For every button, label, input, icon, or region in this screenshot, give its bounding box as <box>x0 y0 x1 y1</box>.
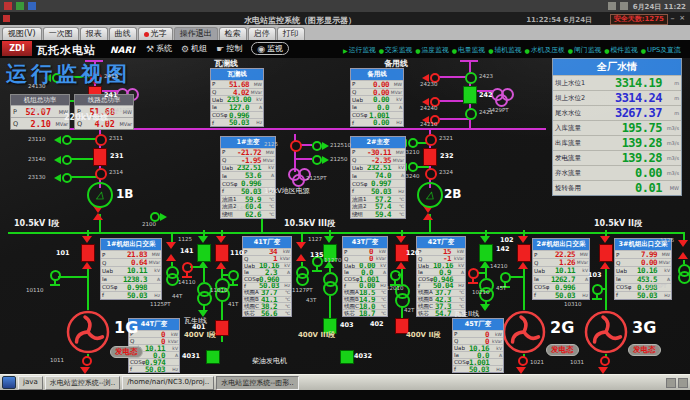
nav-3[interactable]: ●温度监视 <box>415 45 448 55</box>
breaker-231[interactable] <box>93 148 107 166</box>
nav-9[interactable]: ●UPS及直流 <box>641 45 681 55</box>
nav-4[interactable]: ●电量监视 <box>452 45 485 55</box>
ground-switch-212510[interactable] <box>312 141 322 151</box>
ground-switch-14210[interactable] <box>468 268 479 279</box>
menu-tab-9[interactable]: 打印 <box>277 27 305 40</box>
element: Q1kVar <box>243 255 291 262</box>
breaker-401[interactable] <box>215 320 229 336</box>
element: COSφ1.001 <box>453 358 503 365</box>
menu-tab-4[interactable]: 曲线 <box>109 27 137 40</box>
tray-icon[interactable] <box>678 378 688 388</box>
tray-icon[interactable] <box>666 378 676 388</box>
ground-switch-1031[interactable] <box>600 356 610 366</box>
tray-icon[interactable] <box>608 2 616 10</box>
menu-tab-2[interactable]: 一次图 <box>43 27 79 40</box>
taskbar-item-4[interactable]: 水电站监控系统--图形.. <box>216 376 299 390</box>
ground-switch-23110[interactable] <box>62 135 72 145</box>
breaker-4032[interactable] <box>340 350 354 364</box>
disconnector-2125[interactable] <box>290 140 302 152</box>
toolbar-button-3[interactable]: ☛控制 <box>216 42 242 55</box>
breaker-242[interactable] <box>463 86 477 104</box>
ground-switch-23130[interactable] <box>62 173 72 183</box>
disconnector-1126-icon[interactable] <box>678 240 688 247</box>
disconnector-2314[interactable] <box>95 168 107 180</box>
ground-switch-10110[interactable] <box>50 270 61 281</box>
element: Hz <box>575 293 588 298</box>
element: 38.2 <box>259 302 277 309</box>
ground-switch-21250[interactable] <box>312 155 322 165</box>
menu-tab-5[interactable]: 光字 <box>138 27 173 40</box>
generator-2G-icon[interactable] <box>502 310 546 354</box>
breaker-141[interactable] <box>197 244 211 262</box>
ground-switch-1011[interactable] <box>82 356 92 366</box>
disconnector-2311[interactable] <box>95 134 107 146</box>
nav-8[interactable]: ●模件监视 <box>604 45 637 55</box>
element: 41.1 <box>259 296 277 303</box>
ground-switch-23140[interactable] <box>62 155 72 165</box>
breaker-232[interactable] <box>423 148 437 166</box>
equipment-label: 2314 <box>109 170 123 176</box>
breaker-142[interactable] <box>479 244 493 262</box>
nav-1[interactable]: ▶运行监视 <box>343 45 376 55</box>
taskbar-item-2[interactable]: 水电站监控系统--浏.. <box>45 376 121 390</box>
nav-5[interactable]: ●辅机监视 <box>488 45 521 55</box>
ground-switch-23210[interactable] <box>408 138 418 148</box>
minimize-button[interactable]: － <box>669 14 676 24</box>
breaker-101[interactable] <box>81 244 95 262</box>
element: kV <box>389 97 402 102</box>
ground-switch-1021[interactable] <box>518 356 528 366</box>
equipment-label: 11010 <box>210 288 228 294</box>
generator-1G-icon[interactable] <box>66 310 110 354</box>
menu-tab-7[interactable]: 检索 <box>219 27 247 40</box>
generator-3G-icon[interactable] <box>584 310 628 354</box>
breaker-4031[interactable] <box>206 350 220 364</box>
disconnector-1125-icon[interactable] <box>166 242 176 249</box>
menu-tab-8[interactable]: 启停 <box>248 27 276 40</box>
desktop-icon[interactable] <box>4 2 12 10</box>
disconnector-2321[interactable] <box>425 134 437 146</box>
ground-switch-10310[interactable] <box>592 284 603 295</box>
arrow-icon <box>216 236 226 243</box>
water-row-3: 尾水水位3267.37m <box>553 105 681 120</box>
element: P-21.72MW <box>221 148 275 156</box>
nav-2[interactable]: ●交采监视 <box>379 45 412 55</box>
toolbar-button-4[interactable]: ◉监视 <box>251 42 289 55</box>
element <box>85 317 90 332</box>
disconnector-2421[interactable] <box>465 108 477 120</box>
desktop-icon[interactable] <box>16 2 24 10</box>
nav-6[interactable]: ●水机及压板 <box>525 45 565 55</box>
ground-switch-12010[interactable] <box>390 270 401 281</box>
ground-switch-23240[interactable] <box>408 162 418 172</box>
equipment-label: 14210 <box>490 264 508 270</box>
transformer-43T[interactable] <box>323 272 338 287</box>
taskbar-item-3[interactable]: /home/nari/NC3.0/proj.. <box>122 376 214 390</box>
breaker-110[interactable] <box>215 244 229 262</box>
toolbar-button-2[interactable]: ⚙机组 <box>181 42 207 55</box>
disconnector-1127-icon[interactable] <box>296 242 306 249</box>
element: Ia <box>212 104 227 110</box>
start-button[interactable] <box>2 376 16 389</box>
desktop-icon[interactable] <box>28 2 36 10</box>
menu-tab-6[interactable]: 操作退出 <box>174 27 218 40</box>
element: f <box>222 188 237 194</box>
element: 50.03 <box>237 187 261 195</box>
main-transformer-1B[interactable] <box>87 182 113 208</box>
toolbar-button-1[interactable]: ⚒系统 <box>146 42 172 55</box>
close-button[interactable]: × <box>679 14 685 22</box>
ground-switch-10210[interactable] <box>500 272 511 283</box>
equipment-label: 10210 <box>472 290 490 296</box>
disconnector-2324[interactable] <box>425 168 437 180</box>
tray-icon[interactable] <box>620 2 628 10</box>
taskbar-item-1[interactable]: java <box>18 376 43 390</box>
breaker-103[interactable] <box>599 244 613 262</box>
element: 0.00 <box>359 282 375 289</box>
menu-tab-1[interactable]: 视图(V) <box>2 27 42 40</box>
nav-7[interactable]: ●闸门监视 <box>568 45 601 55</box>
disconnector-2423[interactable] <box>465 72 477 84</box>
main-transformer-2B[interactable] <box>417 182 443 208</box>
element: kW <box>373 249 386 254</box>
ground-switch-11010[interactable] <box>228 270 239 281</box>
breaker-102[interactable] <box>517 244 531 262</box>
ground-switch-14110[interactable] <box>182 262 193 273</box>
menu-tab-3[interactable]: 报表 <box>80 27 108 40</box>
